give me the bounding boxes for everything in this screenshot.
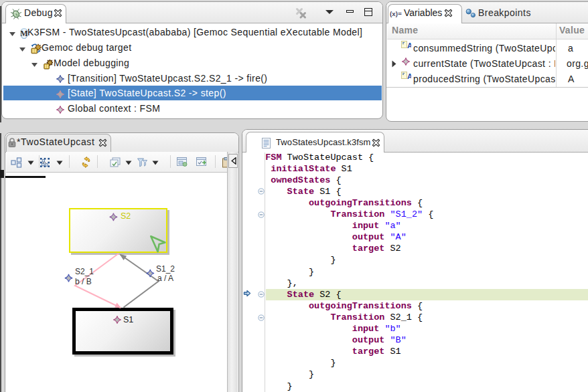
svg-text:A: A [407, 41, 411, 50]
svg-text:M: M [20, 29, 27, 38]
svg-text:A: A [407, 72, 411, 80]
